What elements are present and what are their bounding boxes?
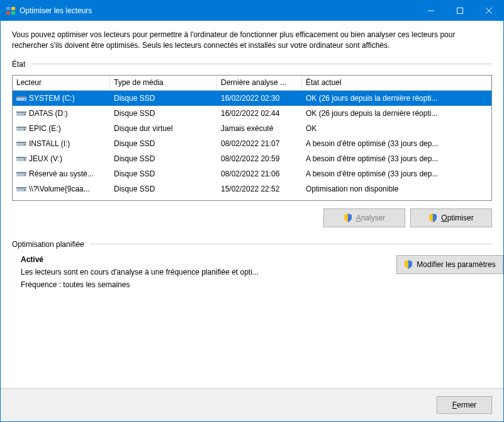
drive-row[interactable]: \\?\Volume{9caa...Disque SSD15/02/2022 2… xyxy=(13,181,491,197)
drive-row[interactable]: INSTALL (I:)Disque SSD08/02/2022 21:07A … xyxy=(13,136,491,151)
drive-name-cell: \\?\Volume{9caa... xyxy=(13,183,110,195)
drive-name-cell: DATAS (D:) xyxy=(13,107,110,120)
window-title: Optimiser les lecteurs xyxy=(20,6,417,15)
drive-media-cell: Disque SSD xyxy=(110,92,217,105)
drive-row[interactable]: JEUX (V:)Disque SSD08/02/2022 20:59A bes… xyxy=(13,151,491,166)
svg-point-16 xyxy=(24,128,25,130)
column-header-status[interactable]: État actuel xyxy=(302,76,491,90)
svg-rect-1 xyxy=(11,7,15,10)
drive-icon xyxy=(16,140,26,147)
status-section-label: État xyxy=(12,60,25,69)
drive-icon xyxy=(16,110,26,117)
separator xyxy=(89,244,492,244)
intro-text: Vous pouvez optimiser vos lecteurs pour … xyxy=(12,30,492,51)
drive-status-cell: OK xyxy=(302,122,491,135)
drive-icon xyxy=(16,185,26,193)
drive-status-cell: A besoin d'être optimisé (33 jours dep..… xyxy=(302,137,491,150)
drive-last-cell: 08/02/2022 21:06 xyxy=(217,168,302,180)
svg-rect-3 xyxy=(11,11,15,14)
optimize-button[interactable]: Optimiser xyxy=(410,208,492,227)
shield-icon xyxy=(344,214,352,222)
drive-status-cell: A besoin d'être optimisé (33 jours dep..… xyxy=(302,168,491,180)
svg-rect-27 xyxy=(16,187,26,188)
drive-last-cell: 08/02/2022 21:07 xyxy=(217,137,302,150)
close-button[interactable] xyxy=(474,1,503,21)
drive-name-cell: EPIC (E:) xyxy=(13,122,110,135)
drive-name: SYSTEM (C:) xyxy=(29,94,75,103)
drive-icon xyxy=(16,125,26,132)
drive-name-cell: INSTALL (I:) xyxy=(13,137,110,150)
shield-icon xyxy=(428,214,437,222)
column-header-drive[interactable]: Lecteur xyxy=(13,76,110,90)
drive-icon xyxy=(16,170,26,178)
column-header-media[interactable]: Type de média xyxy=(110,76,217,90)
analyze-button[interactable]: Analyser xyxy=(323,208,405,227)
minimize-button[interactable] xyxy=(417,1,445,21)
drive-status-cell: OK (26 jours depuis la dernière réopti..… xyxy=(302,92,491,105)
change-settings-button[interactable]: Modifier les paramètres xyxy=(396,255,503,274)
drive-row[interactable]: SYSTEM (C:)Disque SSD16/02/2022 02:30OK … xyxy=(13,91,491,106)
drive-listview[interactable]: Lecteur Type de média Dernière analyse .… xyxy=(12,75,492,201)
drive-media-cell: Disque SSD xyxy=(110,168,217,180)
drive-status-cell: OK (26 jours depuis la dernière réopti..… xyxy=(302,107,491,120)
drive-name-cell: SYSTEM (C:) xyxy=(13,92,110,105)
drive-media-cell: Disque SSD xyxy=(110,152,217,165)
svg-point-28 xyxy=(24,189,25,190)
drive-name: Réservé au systè... xyxy=(29,169,94,178)
drive-status-cell: Optimisation non disponible xyxy=(302,183,491,195)
svg-rect-2 xyxy=(6,11,10,14)
drive-last-cell: 08/02/2022 20:59 xyxy=(217,152,302,165)
maximize-button[interactable] xyxy=(445,1,474,21)
svg-rect-9 xyxy=(16,96,26,98)
drive-name: INSTALL (I:) xyxy=(29,139,70,148)
listview-header: Lecteur Type de média Dernière analyse .… xyxy=(13,76,491,91)
drive-row[interactable]: Réservé au systè...Disque SSD08/02/2022 … xyxy=(13,166,491,181)
titlebar: Optimiser les lecteurs xyxy=(1,1,503,21)
footer: Fermer xyxy=(1,388,503,421)
drive-name: EPIC (E:) xyxy=(29,124,61,133)
drive-icon xyxy=(16,155,26,163)
svg-rect-18 xyxy=(16,142,26,143)
svg-point-25 xyxy=(24,174,25,175)
svg-point-10 xyxy=(24,98,25,100)
schedule-enabled-label: Activé xyxy=(21,255,396,264)
drive-name: JEUX (V:) xyxy=(29,154,62,163)
svg-point-22 xyxy=(24,159,25,160)
drive-media-cell: Disque dur virtuel xyxy=(110,122,217,135)
drive-media-cell: Disque SSD xyxy=(110,183,217,195)
drive-icon xyxy=(16,94,26,102)
svg-point-13 xyxy=(24,113,25,115)
drive-name: DATAS (D:) xyxy=(29,109,68,118)
drive-name-cell: Réservé au systè... xyxy=(13,168,110,180)
drive-last-cell: Jamais exécuté xyxy=(217,122,302,135)
drive-last-cell: 15/02/2022 22:52 xyxy=(217,183,302,195)
drive-media-cell: Disque SSD xyxy=(110,137,217,150)
column-header-last[interactable]: Dernière analyse ... xyxy=(217,76,302,90)
drive-last-cell: 16/02/2022 02:30 xyxy=(217,92,302,105)
schedule-desc-line2: Fréquence : toutes les semaines xyxy=(21,280,396,289)
svg-rect-0 xyxy=(6,7,10,10)
svg-rect-15 xyxy=(16,127,26,128)
svg-rect-5 xyxy=(457,8,463,14)
schedule-desc-line1: Les lecteurs sont en cours d'analyse à u… xyxy=(21,268,396,277)
close-dialog-button[interactable]: Fermer xyxy=(437,396,492,414)
schedule-section-label: Optimisation planifiée xyxy=(12,240,84,249)
drive-media-cell: Disque SSD xyxy=(110,107,217,120)
svg-point-19 xyxy=(24,144,25,145)
drive-name-cell: JEUX (V:) xyxy=(13,152,110,165)
svg-rect-21 xyxy=(16,157,26,158)
drive-status-cell: A besoin d'être optimisé (33 jours dep..… xyxy=(302,152,491,165)
separator xyxy=(30,64,492,64)
shield-icon xyxy=(404,260,413,269)
drive-row[interactable]: EPIC (E:)Disque dur virtuelJamais exécut… xyxy=(13,121,491,136)
drive-last-cell: 16/02/2022 02:44 xyxy=(217,107,302,120)
defrag-app-icon xyxy=(6,6,16,16)
svg-rect-24 xyxy=(16,172,26,173)
svg-rect-12 xyxy=(16,111,26,113)
drive-row[interactable]: DATAS (D:)Disque SSD16/02/2022 02:44OK (… xyxy=(13,106,491,121)
drive-name: \\?\Volume{9caa... xyxy=(29,185,90,193)
